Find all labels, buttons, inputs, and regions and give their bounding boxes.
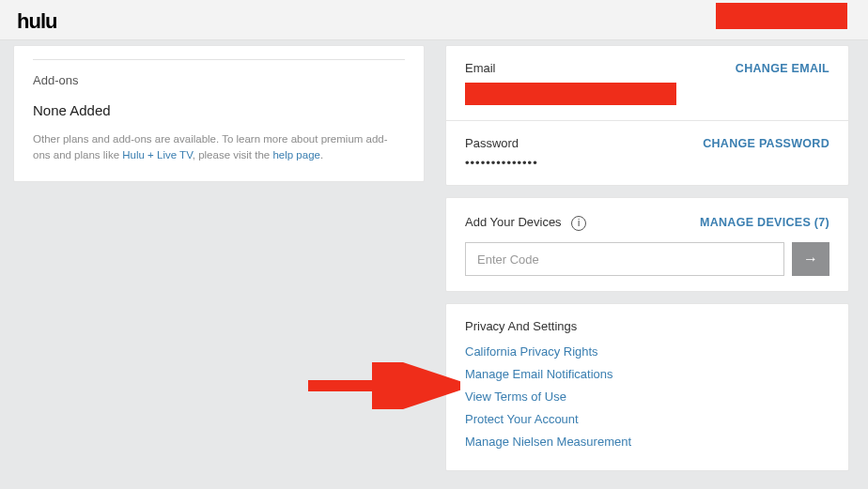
change-password-button[interactable]: CHANGE PASSWORD [703,137,829,150]
protect-account-link[interactable]: Protect Your Account [465,412,579,426]
email-section: Email CHANGE EMAIL [446,46,848,120]
addons-card: Add-ons None Added Other plans and add-o… [13,45,425,182]
addons-none: None Added [33,102,405,118]
email-label: Email [465,61,496,75]
privacy-title: Privacy And Settings [465,319,829,333]
devices-card: Add Your Devices i MANAGE DEVICES (7) → [445,197,849,292]
device-code-input[interactable] [465,242,784,276]
privacy-links-list: California Privacy Rights Manage Email N… [465,343,829,450]
top-bar: hulu [0,0,868,40]
nielsen-measurement-link[interactable]: Manage Nielsen Measurement [465,435,631,449]
view-terms-link[interactable]: View Terms of Use [465,390,566,404]
manage-devices-button[interactable]: MANAGE DEVICES (7) [700,216,829,229]
list-item: Manage Email Notifications [465,365,829,382]
devices-label: Add Your Devices [465,215,562,229]
list-item: California Privacy Rights [465,343,829,359]
change-email-button[interactable]: CHANGE EMAIL [736,62,829,75]
submit-code-button[interactable]: → [792,242,829,276]
hulu-logo: hulu [17,9,56,34]
list-item: Manage Nielsen Measurement [465,433,829,450]
divider [33,59,405,60]
california-privacy-link[interactable]: California Privacy Rights [465,344,598,359]
annotation-arrow-icon [301,362,460,409]
list-item: View Terms of Use [465,388,829,405]
addons-desc-mid: , please visit the [193,149,273,160]
manage-email-notifications-link[interactable]: Manage Email Notifications [465,367,613,381]
password-mask: •••••••••••••• [465,156,829,170]
account-card: Email CHANGE EMAIL Password CHANGE PASSW… [445,45,849,186]
redacted-email-value [465,83,676,105]
privacy-card: Privacy And Settings California Privacy … [445,303,849,471]
addons-label: Add-ons [33,73,405,87]
addons-description: Other plans and add-ons are available. T… [33,131,405,164]
hulu-live-tv-link[interactable]: Hulu + Live TV [122,149,192,160]
list-item: Protect Your Account [465,410,829,427]
password-section: Password CHANGE PASSWORD •••••••••••••• [446,121,848,185]
help-page-link[interactable]: help page [272,149,320,160]
addons-desc-suffix: . [320,149,323,160]
password-label: Password [465,136,519,150]
redacted-account-name [716,3,847,29]
info-icon[interactable]: i [571,216,586,231]
